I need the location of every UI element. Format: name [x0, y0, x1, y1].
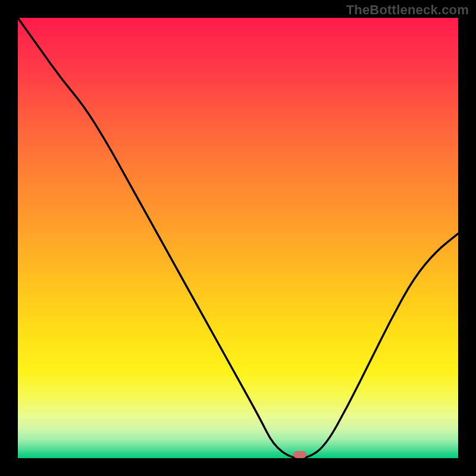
watermark-text: TheBottleneck.com [346, 2, 469, 18]
plot-area [18, 18, 458, 458]
page-root: TheBottleneck.com [0, 0, 476, 476]
optimal-marker [293, 451, 306, 458]
